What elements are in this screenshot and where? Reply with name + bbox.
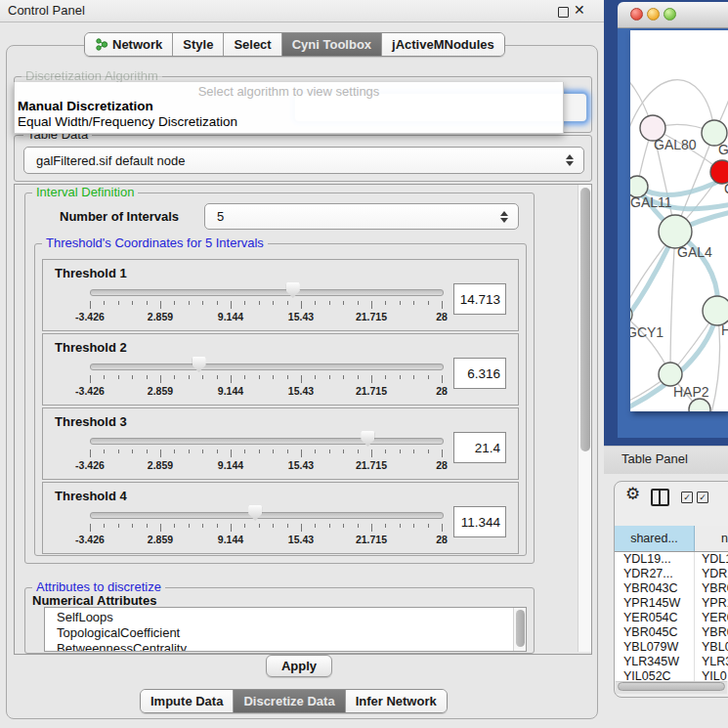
- name-cell[interactable]: YDL1: [695, 552, 728, 567]
- tab-cyni-toolbox[interactable]: Cyni Toolbox: [282, 33, 382, 56]
- settings-scrollbar[interactable]: [578, 185, 591, 652]
- threshold-label: Threshold 4: [55, 489, 127, 503]
- column-header-shared-name[interactable]: shared...: [615, 526, 695, 551]
- tab-network[interactable]: Network: [85, 33, 173, 56]
- name-cell[interactable]: YIL0: [695, 669, 728, 681]
- network-node-hap2[interactable]: [659, 363, 682, 386]
- slider-ticks: [90, 301, 443, 310]
- close-icon[interactable]: ✕: [574, 2, 585, 18]
- threshold-2-panel: Threshold 2-3.4262.8599.14415.4321.71528…: [42, 333, 519, 406]
- network-node-label: GCY1: [630, 324, 664, 340]
- zoom-traffic-light-icon[interactable]: [664, 8, 676, 21]
- table-row[interactable]: YER054CYER0: [615, 611, 728, 625]
- shared-name-cell[interactable]: YBR045C: [615, 625, 695, 640]
- shared-name-cell[interactable]: YER054C: [615, 611, 695, 625]
- tab-label: Infer Network: [356, 694, 437, 708]
- threshold-slider-track[interactable]: [90, 364, 444, 370]
- slider-ticks: [90, 450, 443, 458]
- attribute-list-item[interactable]: TopologicalCoefficient: [57, 625, 180, 641]
- tab-select[interactable]: Select: [224, 33, 281, 56]
- column-header-name[interactable]: na: [695, 526, 728, 551]
- tab-label: Style: [183, 37, 213, 52]
- shared-name-cell[interactable]: YBR043C: [615, 581, 695, 596]
- table-row[interactable]: YDR27...YDR2: [615, 567, 728, 581]
- tab-style[interactable]: Style: [173, 33, 224, 56]
- name-cell[interactable]: YDR2: [695, 567, 728, 581]
- network-node-gal4[interactable]: [659, 215, 692, 248]
- name-cell[interactable]: YPR1: [695, 596, 728, 611]
- algorithm-option-equal-width[interactable]: Equal Width/Frequency Discretization: [18, 114, 237, 129]
- slider-tick-labels: -3.4262.8599.14415.4321.71528: [90, 534, 443, 545]
- discretization-algorithm-group-title: Discretization Algorithm: [21, 69, 162, 82]
- shared-name-cell[interactable]: YLR345W: [615, 655, 695, 669]
- column-layout-icon[interactable]: [651, 489, 669, 506]
- table-row[interactable]: YDL19...YDL1: [615, 552, 728, 567]
- node-attribute-table[interactable]: shared... na YDL19...YDL1YDR27...YDR2YBR…: [615, 526, 728, 681]
- name-cell[interactable]: YBR0: [695, 581, 728, 596]
- name-cell[interactable]: YLR3: [695, 655, 728, 669]
- table-hscrollbar-thumb[interactable]: [618, 682, 725, 691]
- table-row[interactable]: YBL079WYBL0: [615, 640, 728, 655]
- threshold-value-field[interactable]: 14.713: [453, 283, 506, 315]
- network-graph: GAL80GACGAL11GAL4GCY1HHAP2: [630, 30, 728, 411]
- table-data-combobox[interactable]: galFiltered.sif default node: [23, 147, 584, 174]
- name-cell[interactable]: YBL0: [695, 640, 728, 655]
- attributes-list-scrollbar[interactable]: [513, 608, 526, 651]
- shared-name-cell[interactable]: YPR145W: [615, 596, 695, 611]
- table-row[interactable]: YPR145WYPR1: [615, 596, 728, 611]
- threshold-slider-track[interactable]: [90, 438, 444, 445]
- attribute-list-item[interactable]: SelfLoops: [57, 610, 113, 625]
- attributes-list-scrollbar-thumb[interactable]: [516, 610, 525, 647]
- network-node-label: GAL80: [654, 137, 697, 152]
- network-canvas[interactable]: GAL80GACGAL11GAL4GCY1HHAP2: [630, 30, 728, 411]
- checkbox-icon[interactable]: ✓: [681, 492, 693, 503]
- algorithm-dropdown-popup: Select algorithm to view settings Manual…: [14, 82, 564, 134]
- number-of-intervals-label: Number of Intervals: [60, 209, 179, 224]
- threshold-value-field[interactable]: 21.4: [453, 432, 506, 463]
- network-node-label: HAP2: [673, 384, 709, 400]
- checkbox-icon[interactable]: ✓: [697, 492, 708, 503]
- minimize-traffic-light-icon[interactable]: [647, 8, 660, 21]
- numerical-attributes-list[interactable]: SelfLoopsTopologicalCoefficientBetweenne…: [44, 607, 527, 652]
- tab-impute-data[interactable]: Impute Data: [141, 690, 234, 712]
- shared-name-cell[interactable]: YDR27...: [615, 567, 695, 581]
- combo-stepper-icon: [500, 211, 509, 223]
- settings-gear-icon[interactable]: ⚙: [625, 486, 640, 502]
- shared-name-cell[interactable]: YIL052C: [615, 669, 695, 681]
- network-edge[interactable]: [670, 232, 675, 374]
- name-cell[interactable]: YBR0: [695, 625, 728, 640]
- tab-jactivemnodules[interactable]: jActiveMNodules: [382, 33, 504, 56]
- shared-name-cell[interactable]: YBL079W: [615, 640, 695, 655]
- table-row[interactable]: YBR043CYBR0: [615, 581, 728, 596]
- name-cell[interactable]: YER0: [695, 611, 728, 625]
- threshold-1-panel: Threshold 1-3.4262.8599.14415.4321.71528…: [42, 259, 519, 331]
- number-of-intervals-value: 5: [205, 209, 500, 224]
- number-of-intervals-combobox[interactable]: 5: [204, 203, 519, 230]
- network-node-label: H: [721, 322, 728, 338]
- float-window-icon[interactable]: [558, 7, 569, 18]
- network-node-label: GAL4: [677, 244, 712, 260]
- threshold-value-field[interactable]: 11.344: [453, 506, 506, 537]
- table-header-row: shared... na: [615, 526, 728, 552]
- threshold-slider-track[interactable]: [90, 289, 444, 296]
- threshold-value-field[interactable]: 6.316: [453, 358, 506, 389]
- tab-label: Network: [112, 37, 162, 52]
- apply-button[interactable]: Apply: [266, 655, 332, 677]
- attribute-list-item[interactable]: BetweennessCentrality: [57, 641, 187, 652]
- tab-label: jActiveMNodules: [392, 37, 494, 52]
- table-row[interactable]: YIL052CYIL0: [615, 669, 728, 681]
- close-traffic-light-icon[interactable]: [630, 8, 643, 21]
- network-node-h[interactable]: [703, 296, 728, 325]
- table-row[interactable]: YLR345WYLR3: [615, 655, 728, 669]
- tab-discretize-data[interactable]: Discretize Data: [234, 690, 345, 712]
- tab-label: Cyni Toolbox: [292, 37, 371, 52]
- settings-scrollbar-thumb[interactable]: [580, 188, 590, 451]
- shared-name-cell[interactable]: YDL19...: [615, 552, 695, 567]
- tab-infer-network[interactable]: Infer Network: [346, 690, 447, 712]
- numerical-attributes-label: Numerical Attributes: [32, 593, 156, 608]
- tab-label: Select: [234, 37, 271, 52]
- algorithm-option-manual[interactable]: Manual Discretization: [18, 99, 153, 113]
- table-row[interactable]: YBR045CYBR0: [615, 625, 728, 640]
- threshold-slider-track[interactable]: [90, 512, 444, 519]
- algorithm-popup-prompt: Select algorithm to view settings: [15, 84, 563, 99]
